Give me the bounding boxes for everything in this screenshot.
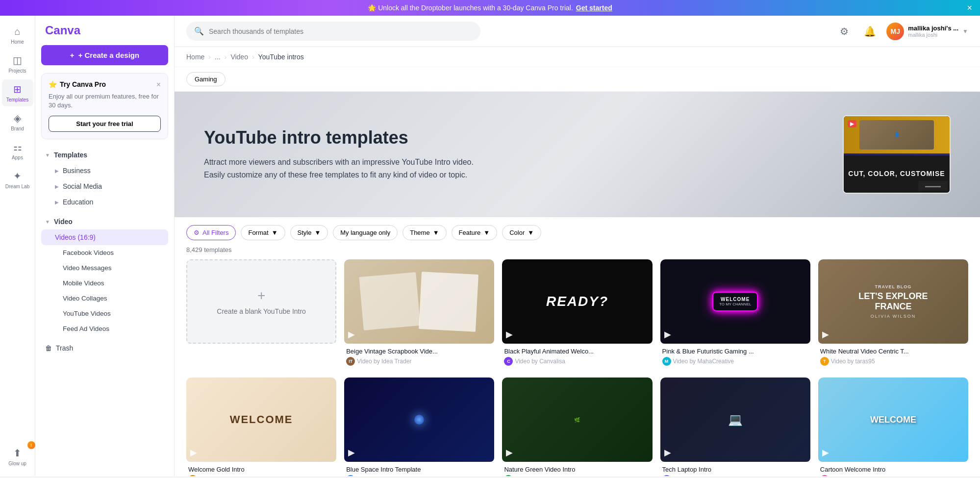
start-trial-button[interactable]: Start your free trial	[49, 116, 161, 132]
template-card-blank[interactable]: + Create a blank YouTube Intro	[186, 259, 336, 370]
card-sub-5: CX Video by CreatorX	[188, 475, 334, 476]
nav-label-feed-ad-videos: Feed Ad Videos	[63, 325, 109, 332]
nav-item-videos-16-9[interactable]: Videos (16:9)	[41, 229, 168, 245]
sidebar-item-brand[interactable]: ◈ Brand	[2, 108, 33, 135]
nav-item-video-collages[interactable]: Video Collages	[41, 291, 168, 306]
all-filters-button[interactable]: ⚙ All Filters	[186, 225, 236, 240]
template-card-tech-laptop[interactable]: 💻 ▶ Tech Laptop Intro TM Video by TechMa…	[660, 377, 810, 476]
filters-row: ⚙ All Filters Format ▼ Style ▼ My langua…	[175, 217, 980, 244]
filter-sliders-icon: ⚙	[194, 229, 200, 236]
nav-section-header-templates[interactable]: ▼ Templates	[41, 147, 168, 163]
glowup-badge: !	[27, 441, 35, 449]
chevron-right-icon-3: ▶	[55, 200, 59, 205]
nav-label-videos-16-9: Videos (16:9)	[55, 233, 96, 241]
format-filter[interactable]: Format ▼	[241, 225, 285, 240]
trash-item[interactable]: 🗑 Trash	[41, 340, 168, 356]
card-author-2: Video by Canvalisa	[515, 358, 565, 365]
template-card-cartoon[interactable]: WELCOME ▶ Cartoon Welcome Intro CP Video…	[818, 377, 968, 476]
banner-close[interactable]: ×	[967, 3, 972, 13]
nav-item-feed-ad-videos[interactable]: Feed Ad Videos	[41, 321, 168, 336]
language-filter[interactable]: My language only	[333, 225, 398, 240]
template-card-nature-green[interactable]: 🌿 ▶ Nature Green Video Intro NV Video by…	[502, 377, 652, 476]
sidebar-item-apps[interactable]: ⚏ Apps	[2, 137, 33, 164]
card-info-8: Tech Laptop Intro TM Video by TechMakers	[660, 462, 810, 476]
black-thumb: READY? ▶	[502, 259, 652, 344]
chevron-down-icon-video: ▼	[45, 219, 50, 225]
card-title: Beige Vintage Scrapbook Vide...	[346, 348, 492, 356]
all-filters-label: All Filters	[202, 229, 228, 236]
card-sub-6: SD Video by SpaceDesign	[346, 475, 492, 476]
nav-label-video-messages: Video Messages	[63, 264, 112, 272]
format-label: Format	[248, 229, 268, 236]
template-card-black-playful[interactable]: READY? ▶ Black Playful Animated Welco...…	[502, 259, 652, 370]
sidebar-label-projects: Projects	[8, 68, 26, 74]
style-filter[interactable]: Style ▼	[290, 225, 328, 240]
trash-label: Trash	[56, 344, 73, 352]
filter-tag-gaming[interactable]: Gaming	[186, 72, 226, 86]
try-pro-desc: Enjoy all our premium features, free for…	[49, 92, 161, 110]
nav-item-education[interactable]: ▶ Education	[41, 194, 168, 210]
feature-filter[interactable]: Feature ▼	[452, 225, 498, 240]
try-pro-label: Try Canva Pro	[60, 80, 106, 88]
template-card-neon[interactable]: WELCOME TO MY CHANNEL ▶ Pink & Blue Futu…	[660, 259, 810, 370]
brand-icon: ◈	[12, 112, 24, 124]
sidebar-label-apps: Apps	[12, 155, 23, 160]
card-avatar-5: CX	[188, 475, 197, 476]
sidebar-item-templates[interactable]: ⊞ Templates	[2, 79, 33, 106]
card-title-9: Cartoon Welcome Intro	[820, 466, 966, 474]
theme-filter[interactable]: Theme ▼	[402, 225, 446, 240]
nav-section-header-video[interactable]: ▼ Video	[41, 214, 168, 229]
theme-label: Theme	[410, 229, 429, 236]
sidebar-item-glowup[interactable]: ⬆ Glow up !	[2, 443, 33, 470]
card-title-7: Nature Green Video Intro	[504, 466, 650, 474]
search-bar[interactable]: 🔍	[186, 22, 480, 41]
sidebar-item-home[interactable]: ⌂ Home	[2, 22, 33, 49]
sidebar-label-glowup: Glow up	[8, 461, 26, 466]
templates-grid: + Create a blank YouTube Intro ▶ Bei	[175, 259, 980, 476]
nav-item-social-media[interactable]: ▶ Social Media	[41, 178, 168, 194]
create-design-button[interactable]: + + Create a design	[41, 45, 168, 65]
sidebar-label-home: Home	[11, 39, 24, 45]
notifications-button[interactable]: 🔔	[861, 23, 879, 40]
template-card-beige-vintage[interactable]: ▶ Beige Vintage Scrapbook Vide... IT Vid…	[344, 259, 494, 370]
format-chevron-icon: ▼	[272, 229, 278, 236]
card-author: Video by Idea Trader	[357, 358, 411, 365]
settings-button[interactable]: ⚙	[835, 23, 853, 40]
breadcrumb-video[interactable]: Video	[230, 53, 248, 61]
search-input[interactable]	[209, 27, 473, 35]
nav-item-video-messages[interactable]: Video Messages	[41, 260, 168, 276]
sidebar-item-projects[interactable]: ◫ Projects	[2, 50, 33, 77]
try-pro-close[interactable]: ×	[156, 80, 161, 89]
card-sub-8: TM Video by TechMakers	[662, 475, 808, 476]
card-avatar-7: NV	[504, 475, 513, 476]
template-card-france[interactable]: TRAVEL BLOG LET'S EXPLOREFRANCE OLIVIA W…	[818, 259, 968, 370]
card-avatar-8: TM	[662, 475, 671, 476]
sidebar-label-brand: Brand	[11, 126, 24, 131]
play-icon-6: ▶	[348, 447, 355, 458]
sidebar-item-dreamlab[interactable]: ✦ Dream Lab	[2, 166, 33, 193]
color-label: Color	[509, 229, 525, 236]
color-filter[interactable]: Color ▼	[502, 225, 541, 240]
hero-title: YouTube intro templates	[204, 127, 474, 148]
breadcrumb-more[interactable]: ...	[215, 53, 221, 61]
olivia-text: OLIVIA WILSON	[871, 314, 916, 319]
nav-item-facebook-videos[interactable]: Facebook Videos	[41, 245, 168, 260]
hero-preview: 👤 CUT, COLOR, CUSTOMISE ▶ ▬▬▬▬	[843, 115, 951, 194]
breadcrumb-home[interactable]: Home	[186, 53, 204, 61]
user-dropdown[interactable]: MJ mallika joshi's ... mallika joshi ▼	[886, 23, 968, 40]
nav-item-business[interactable]: ▶ Business	[41, 163, 168, 178]
template-card-welcome-gold[interactable]: WELCOME ▶ Welcome Gold Intro CX Video by…	[186, 377, 336, 476]
card-avatar: IT	[346, 357, 355, 366]
play-icon-4: ▶	[822, 329, 829, 340]
template-card-blue-space[interactable]: ▶ Blue Space Intro Template SD Video by …	[344, 377, 494, 476]
banner-link[interactable]: Get started	[576, 4, 612, 12]
card-title-8: Tech Laptop Intro	[662, 466, 808, 474]
nav-item-mobile-videos[interactable]: Mobile Videos	[41, 276, 168, 291]
video-section-label: Video	[54, 218, 73, 226]
user-sub: mallika joshi	[908, 32, 958, 38]
banner-text: 🌟 Unlock all the Droptober launches with…	[368, 4, 573, 12]
search-icon: 🔍	[194, 26, 204, 36]
nav-item-youtube-videos[interactable]: YouTube Videos	[41, 306, 168, 321]
style-label: Style	[298, 229, 312, 236]
hero-desc: Attract more viewers and subscribers wit…	[204, 156, 474, 181]
